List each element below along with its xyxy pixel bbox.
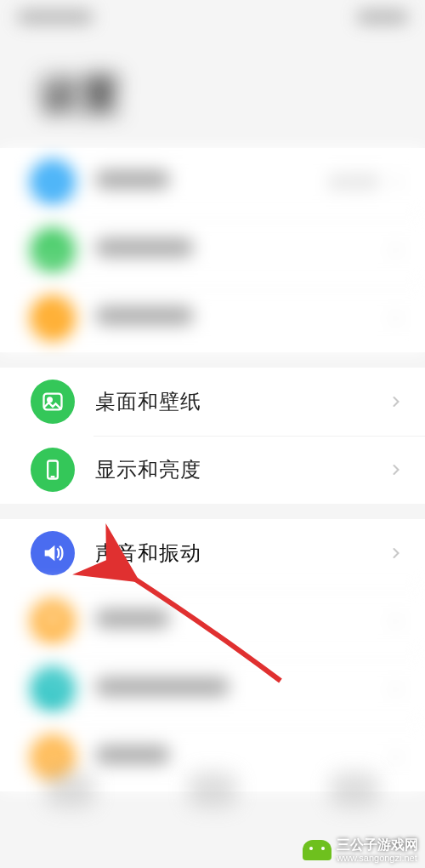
svg-rect-1 <box>45 252 48 258</box>
finger-icon <box>31 667 75 711</box>
nav-item[interactable] <box>47 773 94 807</box>
phone-icon <box>31 448 75 492</box>
bottom-nav <box>0 762 425 817</box>
watermark-logo-icon <box>303 840 332 860</box>
settings-item-label <box>95 170 328 194</box>
chevron-right-icon <box>388 613 405 630</box>
chevron-right-icon <box>388 393 405 410</box>
link-icon <box>31 296 75 340</box>
svg-rect-3 <box>54 244 58 258</box>
settings-item-display[interactable]: 显示和亮度 <box>0 436 425 504</box>
page-title: 设置 <box>0 34 425 148</box>
status-battery <box>357 10 408 24</box>
speaker-icon <box>31 531 75 575</box>
settings-item-biometric[interactable] <box>0 655 425 723</box>
settings-item-account[interactable]: 未登录 <box>0 148 425 216</box>
settings-item-label: 桌面和壁纸 <box>95 388 388 415</box>
user-icon <box>31 160 75 204</box>
watermark-sub: www.sangongzi.net <box>337 853 418 863</box>
settings-item-notify[interactable] <box>0 587 425 655</box>
chevron-right-icon <box>388 545 405 562</box>
svg-rect-9 <box>54 750 60 756</box>
chevron-right-icon <box>388 310 405 327</box>
image-icon <box>31 380 75 424</box>
settings-item-label <box>95 238 388 262</box>
settings-item-wallpaper[interactable]: 桌面和壁纸 <box>0 368 425 436</box>
settings-item-connect[interactable] <box>0 284 425 352</box>
settings-item-label <box>95 609 388 633</box>
svg-rect-8 <box>45 750 51 756</box>
settings-item-label: 显示和亮度 <box>95 456 388 483</box>
chevron-right-icon <box>388 174 405 191</box>
svg-point-5 <box>48 397 52 402</box>
nav-item[interactable] <box>189 773 236 807</box>
svg-point-0 <box>48 174 56 182</box>
chevron-right-icon <box>388 461 405 478</box>
status-time <box>17 10 94 24</box>
settings-item-label <box>95 306 388 330</box>
signal-icon <box>31 228 75 272</box>
status-bar <box>0 0 425 34</box>
chevron-right-icon <box>388 681 405 698</box>
watermark-main: 三公子游戏网 <box>337 837 418 853</box>
chevron-right-icon <box>388 242 405 259</box>
watermark: 三公子游戏网 www.sangongzi.net <box>303 837 418 863</box>
settings-item-sound[interactable]: 声音和振动 <box>0 519 425 587</box>
settings-item-network[interactable] <box>0 216 425 284</box>
svg-rect-2 <box>50 248 54 259</box>
bell-icon <box>31 599 75 643</box>
settings-item-value: 未登录 <box>328 171 379 194</box>
settings-item-label <box>95 677 388 701</box>
nav-item[interactable] <box>331 773 378 807</box>
settings-item-label: 声音和振动 <box>95 540 388 567</box>
